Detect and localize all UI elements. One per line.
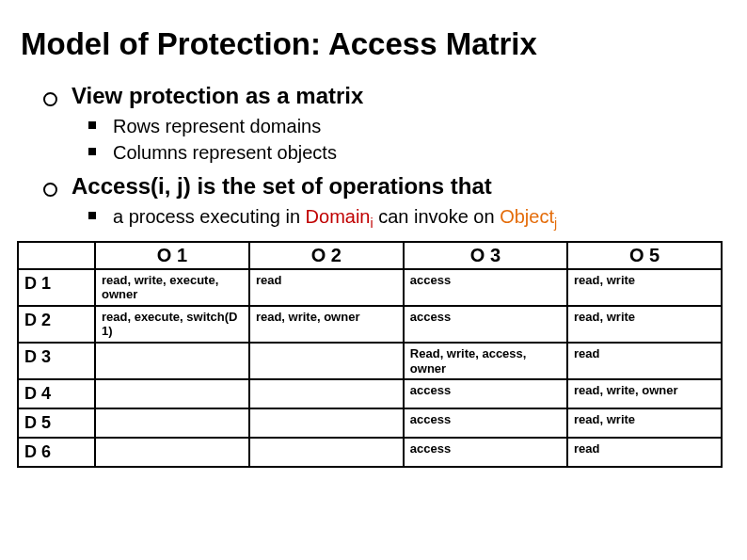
term-domain: Domain [306, 206, 371, 227]
table-cell: read, write [567, 408, 722, 438]
table-cell: access [404, 438, 567, 467]
table-row: D 3Read, write, access, ownerread [18, 343, 722, 379]
table-cell [95, 379, 249, 408]
subbullet-list: Rows represent domains Columns represent… [72, 113, 730, 166]
table-cell: access [404, 306, 567, 343]
col-header [18, 242, 95, 269]
row-header: D 2 [18, 306, 95, 343]
col-header: O 5 [567, 242, 722, 269]
table-cell: read [567, 343, 722, 379]
bullet-text: View protection as a matrix [72, 83, 363, 108]
table-cell: read, write [567, 306, 722, 343]
subbullet-item: a process executing in Domaini can invok… [88, 203, 730, 233]
subbullet-item: Columns represent objects [88, 139, 730, 166]
table-cell: access [404, 379, 567, 408]
table-row: D 1read, write, execute, ownerreadaccess… [18, 269, 722, 306]
row-header: D 5 [18, 408, 95, 438]
term-object: Object [500, 206, 554, 227]
row-header: D 4 [18, 379, 95, 408]
table-cell [95, 343, 249, 379]
row-header: D 3 [18, 343, 95, 379]
table-cell [249, 343, 404, 379]
subbullet-text: can invoke on [374, 206, 501, 227]
bullet-list: View protection as a matrix Rows represe… [17, 83, 730, 233]
table-cell [249, 408, 404, 438]
row-header: D 6 [18, 438, 95, 467]
col-header: O 3 [404, 242, 567, 269]
table-cell: read, write [567, 269, 722, 306]
col-header: O 1 [95, 242, 249, 269]
subbullet-text: a process executing in [113, 206, 306, 227]
table-cell: read [249, 269, 404, 306]
table-header-row: O 1 O 2 O 3 O 5 [18, 242, 722, 269]
table-cell [95, 438, 249, 467]
bullet-item: Access(i, j) is the set of operations th… [43, 173, 730, 233]
table-row: D 2read, execute, switch(D 1)read, write… [18, 306, 722, 343]
table-cell [95, 408, 249, 438]
bullet-item: View protection as a matrix Rows represe… [43, 83, 730, 166]
slide-title: Model of Protection: Access Matrix [21, 26, 730, 62]
table-cell: access [404, 269, 567, 306]
table-row: D 5accessread, write [18, 408, 722, 438]
table-cell: read, write, execute, owner [95, 269, 249, 306]
table-cell: Read, write, access, owner [404, 343, 567, 379]
table-cell: read [567, 438, 722, 467]
table-cell: access [404, 408, 567, 438]
subscript-j: j [554, 216, 557, 231]
table-cell [249, 379, 404, 408]
table-row: D 4accessread, write, owner [18, 379, 722, 408]
subbullet-item: Rows represent domains [88, 113, 730, 139]
table-row: D 6accessread [18, 438, 722, 467]
table-cell [249, 438, 404, 467]
table-cell: read, write, owner [567, 379, 722, 408]
col-header: O 2 [249, 242, 404, 269]
table-cell: read, execute, switch(D 1) [95, 306, 249, 343]
subbullet-list: a process executing in Domaini can invok… [72, 203, 730, 233]
bullet-text: Access(i, j) is the set of operations th… [72, 173, 492, 199]
table-cell: read, write, owner [249, 306, 404, 343]
row-header: D 1 [18, 269, 95, 306]
access-matrix-table: O 1 O 2 O 3 O 5 D 1read, write, execute,… [17, 241, 723, 469]
